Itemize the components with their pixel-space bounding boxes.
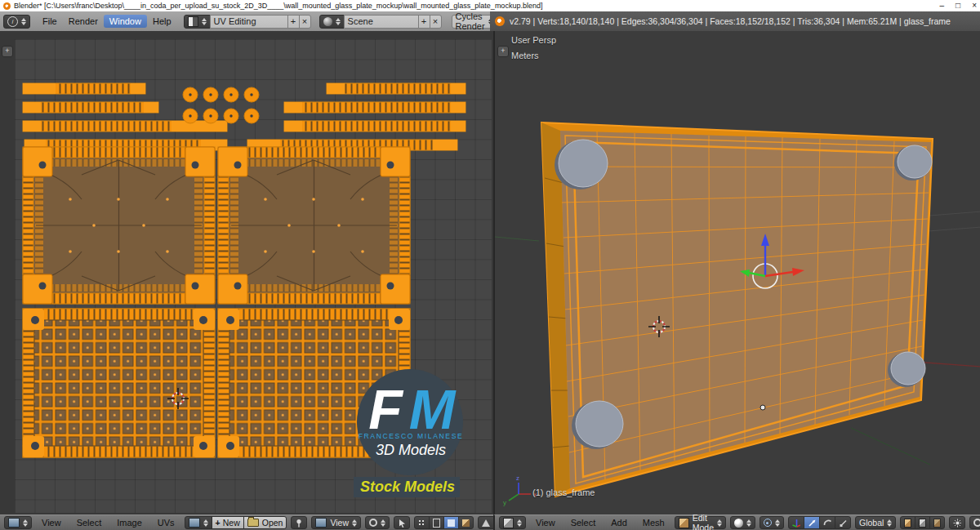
editor-type-selector-uv[interactable] xyxy=(4,516,32,529)
v3d-menu-view[interactable]: View xyxy=(530,516,561,529)
view3d-editor-icon xyxy=(503,518,514,528)
watermark-letter-f: F xyxy=(368,378,403,440)
screen-layout-icon-selector[interactable] xyxy=(184,15,211,29)
v3d-menu-add[interactable]: Add xyxy=(605,516,633,529)
manipulator-rotate-button[interactable] xyxy=(819,516,835,529)
uv-pivot-dropdown[interactable] xyxy=(365,516,390,529)
scene-icon-selector[interactable] xyxy=(319,15,345,29)
view-mode-icon xyxy=(315,518,327,528)
shading-sphere-icon xyxy=(734,519,743,528)
pivot-center-icon xyxy=(369,519,377,527)
image-datablock-icon xyxy=(189,518,200,528)
uv-island-frame-right[interactable] xyxy=(218,147,410,304)
editor-type-selector-info[interactable]: i xyxy=(3,15,30,29)
layout-icon xyxy=(188,16,198,27)
watermark-badge: Stock Models xyxy=(360,479,455,495)
render-engine-value: Cycles Render xyxy=(456,11,485,31)
info-editor-icon: i xyxy=(7,16,18,27)
v3d-proportional-icon xyxy=(973,519,980,527)
menu-file[interactable]: File xyxy=(37,15,63,28)
uv-island-plate-left[interactable] xyxy=(23,309,215,457)
uv-image-editor[interactable]: + xyxy=(0,31,493,514)
uv-menu-image[interactable]: Image xyxy=(111,516,148,529)
active-object-label: (1) glass_frame xyxy=(532,488,595,497)
select-mode-vertex-button[interactable] xyxy=(900,516,915,529)
uv-island-discs[interactable] xyxy=(183,87,259,123)
menu-render[interactable]: Render xyxy=(63,15,104,28)
interaction-mode-dropdown[interactable]: Edit Mode xyxy=(675,516,726,529)
pivot-point-dropdown[interactable] xyxy=(760,516,784,529)
v3d-menu-select[interactable]: Select xyxy=(565,516,602,529)
occlude-icon xyxy=(953,519,961,528)
uv-sync-selection-toggle[interactable] xyxy=(394,516,410,529)
transform-orientation-dropdown[interactable]: Global xyxy=(855,516,896,529)
uv-select-edge-button[interactable] xyxy=(429,516,444,529)
minimize-button[interactable]: – xyxy=(940,0,945,11)
blender-logo-icon xyxy=(495,16,505,26)
menu-help[interactable]: Help xyxy=(147,15,177,28)
v3d-menu-mesh[interactable]: Mesh xyxy=(637,516,670,529)
menu-window[interactable]: Window xyxy=(104,15,147,28)
watermark-letter-m: M xyxy=(409,378,457,440)
editor-type-selector-3d[interactable] xyxy=(499,516,526,529)
object-origin-dot xyxy=(760,405,765,410)
select-mode-edge-button[interactable] xyxy=(915,516,930,529)
uv-menu-view[interactable]: View xyxy=(36,516,67,529)
mini-axis-gizmo: x y z xyxy=(503,474,537,506)
window-titlebar: Blender* [C:\Users\franc\Desktop\____in_… xyxy=(0,0,980,12)
editor-mode-dropdown[interactable]: View xyxy=(311,516,361,529)
uv-editor-header: View Select Image UVs + New Open V xyxy=(0,514,493,530)
browse-image-button[interactable] xyxy=(185,516,212,529)
occlude-geometry-toggle[interactable] xyxy=(949,516,965,529)
scene-statistics: v2.79 | Verts:18,140/18,140 | Edges:36,3… xyxy=(510,16,951,26)
orientation-value: Global xyxy=(859,518,884,528)
info-stats-bar: v2.79 | Verts:18,140/18,140 | Edges:36,3… xyxy=(490,11,980,32)
viewport-3d-canvas: x y z xyxy=(495,31,980,514)
manipulator-toggle-button[interactable] xyxy=(788,516,804,529)
uv-select-island-button[interactable] xyxy=(458,516,474,529)
select-mode-face-button[interactable] xyxy=(929,516,945,529)
remove-scene-button[interactable]: × xyxy=(430,15,442,29)
axis-y-label: y xyxy=(503,499,506,506)
uv-select-face-button[interactable] xyxy=(443,516,459,529)
remove-layout-button[interactable]: × xyxy=(299,15,311,29)
view3d-header: View Select Add Mesh Edit Mode xyxy=(493,514,980,530)
open-image-button[interactable]: Open xyxy=(243,516,287,529)
watermark-logo: F M FRANCESCO MILANESE 3D Models Stock M… xyxy=(354,369,463,497)
axis-cross-icon xyxy=(792,519,800,528)
add-scene-button[interactable]: + xyxy=(418,15,430,29)
watermark-author: FRANCESCO MILANESE xyxy=(359,432,464,440)
pin-toggle-button[interactable] xyxy=(291,516,307,529)
new-image-button[interactable]: + New xyxy=(212,516,244,529)
viewport-shading-dropdown[interactable] xyxy=(730,516,755,529)
maximize-button[interactable]: □ xyxy=(956,0,960,11)
blender-window: Blender* [C:\Users\franc\Desktop\____in_… xyxy=(0,0,980,530)
axis-z-label: z xyxy=(516,474,519,482)
close-button[interactable]: × xyxy=(972,0,977,11)
editor-mode-value: View xyxy=(330,518,349,528)
manipulator-scale-button[interactable] xyxy=(835,516,851,529)
add-layout-button[interactable]: + xyxy=(287,15,300,29)
image-editor-icon xyxy=(8,518,20,528)
viewport-3d[interactable]: + User Persp Meters xyxy=(493,31,980,514)
uv-select-vertex-button[interactable] xyxy=(414,516,430,529)
mesh-select-mode-group xyxy=(900,516,945,529)
uv-island-frame-left[interactable] xyxy=(23,147,215,304)
pin-icon xyxy=(295,519,303,528)
manipulator-translate-button[interactable] xyxy=(804,516,820,529)
uv-menu-select[interactable]: Select xyxy=(71,516,108,529)
plus-icon: + xyxy=(216,518,220,528)
v3d-proportional-edit-dropdown[interactable] xyxy=(969,516,980,529)
scale-arrow-icon xyxy=(839,519,847,528)
cursor-arrow-icon xyxy=(398,519,406,528)
scene-field[interactable]: Scene xyxy=(344,15,419,29)
screen-layout-field[interactable]: UV Editing xyxy=(210,15,288,29)
uv-selection-mode-group xyxy=(414,516,474,529)
uv-menu-uvs[interactable]: UVs xyxy=(152,516,180,529)
folder-icon xyxy=(247,519,259,527)
blender-app-icon xyxy=(3,2,11,10)
edit-mode-icon xyxy=(679,518,689,528)
pivot-point-icon xyxy=(764,519,772,527)
window-title: Blender* [C:\Users\franc\Desktop\____in_… xyxy=(14,2,542,10)
interaction-mode-value: Edit Mode xyxy=(693,513,714,530)
